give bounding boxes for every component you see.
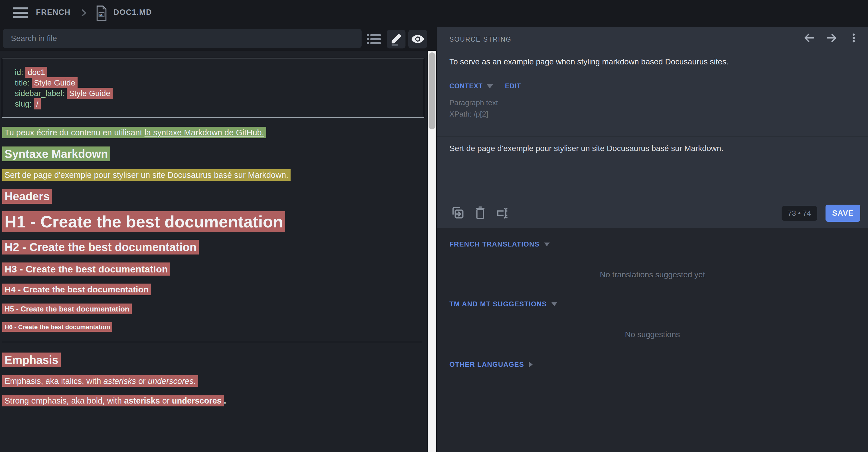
translatable-string[interactable]: Syntaxe Markdown: [2, 147, 110, 161]
kebab-menu-icon: [848, 32, 860, 44]
doc-block-p: Tu peux écrire du contenu en utilisant l…: [2, 129, 428, 137]
next-string-button[interactable]: [824, 31, 839, 45]
save-button[interactable]: SAVE: [826, 205, 860, 222]
hamburger-menu-icon[interactable]: [13, 7, 28, 18]
breadcrumb-file: DOC1.MD: [114, 8, 152, 17]
string-segment: la syntaxe Markdown de GitHub.: [145, 128, 264, 137]
translatable-string[interactable]: H2 - Create the best documentation: [2, 240, 199, 255]
translatable-string[interactable]: Tu peux écrire du contenu en utilisant l…: [2, 127, 266, 138]
translatable-string[interactable]: Headers: [2, 189, 52, 204]
document-preview: id: doc1title: Style Guidesidebar_label:…: [0, 51, 428, 452]
delete-translation-button[interactable]: [473, 205, 488, 221]
doc-block-p: Emphasis, aka italics, with asterisks or…: [2, 377, 428, 385]
translatable-string[interactable]: Style Guide: [32, 77, 78, 88]
string-segment: Strong emphasis, aka bold, with: [5, 396, 124, 405]
insert-tag-button[interactable]: [495, 205, 510, 221]
doc-block-h5: H5 - Create the best documentation: [2, 305, 428, 313]
doc-block-h2: H2 - Create the best documentation: [2, 241, 428, 253]
frontmatter-key: id:: [15, 68, 25, 77]
more-options-button[interactable]: [846, 31, 861, 45]
source-string-text: To serve as an example page when styling…: [450, 57, 728, 66]
string-segment: H5 - Create the best documentation: [5, 305, 129, 313]
string-segment: H4 - Create the best documentation: [5, 285, 149, 294]
translatable-string[interactable]: H5 - Create the best documentation: [2, 303, 132, 314]
edit-context-link[interactable]: EDIT: [505, 83, 521, 90]
translatable-string[interactable]: doc1: [25, 67, 47, 78]
edit-mode-button[interactable]: [387, 30, 405, 49]
frontmatter-key: slug:: [15, 99, 34, 108]
section-other-languages[interactable]: OTHER LANGUAGES: [450, 360, 533, 368]
translatable-string[interactable]: Emphasis: [2, 353, 61, 367]
frontmatter-key: title:: [15, 78, 32, 87]
translatable-string[interactable]: H3 - Create the best documentation: [2, 262, 170, 276]
translatable-string[interactable]: Sert de page d'exemple pour styliser un …: [2, 169, 290, 181]
section-french-translations[interactable]: FRENCH TRANSLATIONS: [450, 240, 550, 248]
context-element-type: Paragraph text: [450, 98, 498, 107]
translations-empty-message: No translations suggested yet: [437, 270, 868, 279]
horizontal-rule: [2, 342, 422, 342]
breadcrumb-project[interactable]: FRENCH: [36, 8, 71, 17]
chevron-right-icon: [79, 8, 88, 18]
context-toggle[interactable]: CONTEXT: [450, 83, 483, 90]
string-segment: Emphasis, aka italics, with: [5, 377, 103, 386]
doc-block-h2: Syntaxe Markdown: [2, 148, 428, 160]
doc-block-h4: H4 - Create the best documentation: [2, 285, 428, 294]
search-input[interactable]: [3, 29, 362, 48]
copy-source-icon: [452, 206, 465, 220]
translatable-string[interactable]: /: [34, 98, 41, 109]
string-segment: Syntaxe Markdown: [5, 148, 108, 160]
section-title: TM AND MT SUGGESTIONS: [450, 300, 547, 308]
doc-block-h6: H6 - Create the best documentation: [2, 324, 428, 330]
chevron-right-icon: [529, 361, 533, 368]
string-editor-panel: SOURCE STRING To ser: [437, 27, 868, 228]
source-string-label: SOURCE STRING: [450, 36, 512, 43]
translatable-string[interactable]: Strong emphasis, aka bold, with asterisk…: [2, 395, 224, 407]
scrollbar-thumb[interactable]: [429, 53, 435, 129]
right-panel-top-strip: [437, 0, 868, 27]
frontmatter-row: sidebar_label: Style Guide: [15, 88, 424, 99]
pencil-icon: [390, 32, 403, 45]
list-icon: [366, 33, 381, 45]
frontmatter-row: slug: /: [15, 99, 424, 109]
translatable-string[interactable]: Emphasis, aka italics, with asterisks or…: [2, 375, 198, 387]
suggestions-area: FRENCH TRANSLATIONS No translations sugg…: [437, 228, 868, 452]
section-title: FRENCH TRANSLATIONS: [450, 240, 539, 248]
translation-input[interactable]: Sert de page d'exemple pour styliser un …: [450, 144, 723, 153]
frontmatter-row: id: doc1: [15, 67, 424, 77]
character-counter: 73 • 74: [782, 206, 817, 221]
string-list-view-button[interactable]: [366, 32, 382, 46]
translatable-string[interactable]: H4 - Create the best documentation: [2, 284, 151, 295]
suggestions-empty-message: No suggestions: [437, 330, 868, 339]
string-segment: Tu peux écrire du contenu en utilisant: [5, 128, 145, 137]
editor-divider: [437, 136, 868, 137]
svg-text:M↓: M↓: [99, 13, 104, 17]
string-segment: Headers: [5, 190, 50, 203]
chevron-down-icon: [552, 302, 557, 306]
frontmatter-key: sidebar_label:: [15, 89, 67, 98]
string-segment: H6 - Create the best documentation: [5, 323, 110, 331]
section-tm-mt-suggestions[interactable]: TM AND MT SUGGESTIONS: [450, 300, 557, 308]
previous-string-button[interactable]: [802, 31, 817, 45]
arrow-right-icon: [825, 32, 838, 44]
preview-mode-button[interactable]: [408, 30, 427, 49]
frontmatter-box: id: doc1title: Style Guidesidebar_label:…: [2, 58, 424, 118]
trash-icon: [474, 206, 486, 220]
doc-block-p: Sert de page d'exemple pour styliser un …: [2, 171, 428, 179]
chevron-down-icon: [487, 84, 493, 88]
string-segment: H1 - Create the best documentation: [5, 212, 283, 231]
string-segment: asterisks: [103, 377, 136, 386]
editor-toolbar: 73 • 74 SAVE: [437, 205, 868, 222]
translatable-string[interactable]: H6 - Create the best documentation: [2, 322, 112, 332]
string-segment: Emphasis: [5, 354, 58, 366]
doc-block-h1: H1 - Create the best documentation: [2, 214, 428, 230]
doc-block-h3: H3 - Create the best documentation: [2, 264, 428, 274]
string-segment: H3 - Create the best documentation: [5, 264, 168, 275]
string-segment: .: [193, 377, 196, 386]
insert-source-button[interactable]: [451, 205, 465, 221]
doc-block-h2: Emphasis: [2, 354, 428, 366]
translatable-string[interactable]: H1 - Create the best documentation: [2, 211, 285, 232]
string-segment: or: [136, 377, 148, 386]
eye-icon: [411, 32, 425, 46]
document-scrollbar[interactable]: [428, 51, 436, 452]
translatable-string[interactable]: Style Guide: [67, 88, 113, 99]
